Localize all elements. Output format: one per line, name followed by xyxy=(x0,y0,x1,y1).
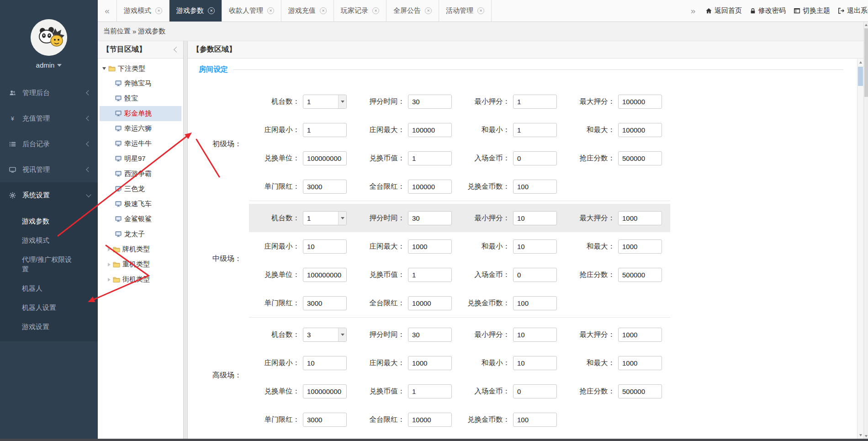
tabs-scroll-left-button[interactable]: « xyxy=(98,0,117,21)
param-input[interactable] xyxy=(303,123,347,137)
param-input[interactable] xyxy=(513,180,557,194)
expand-icon[interactable] xyxy=(108,278,111,282)
tree-item[interactable]: 三色龙 xyxy=(100,181,181,197)
tab[interactable]: 游戏模式✕ xyxy=(117,0,169,21)
param-input[interactable] xyxy=(618,95,662,109)
tree-root[interactable]: 下注类型 xyxy=(100,61,181,76)
param-input[interactable] xyxy=(618,239,662,254)
param-input[interactable] xyxy=(618,151,662,165)
avatar[interactable] xyxy=(31,19,67,56)
param-input[interactable] xyxy=(303,384,347,398)
sidebar-item[interactable]: 后台记录 xyxy=(0,131,98,157)
logout-button[interactable]: 退出系统 xyxy=(838,6,868,15)
tab[interactable]: 游戏充值✕ xyxy=(281,0,334,21)
param-input[interactable] xyxy=(408,239,452,254)
tab-close-icon[interactable]: ✕ xyxy=(267,7,274,14)
tab-close-icon[interactable]: ✕ xyxy=(477,7,484,14)
param-input[interactable] xyxy=(618,384,662,398)
change-password-button[interactable]: 修改密码 xyxy=(750,6,786,15)
tab-close-icon[interactable]: ✕ xyxy=(320,7,327,14)
params-scrollbar[interactable] xyxy=(857,59,863,439)
param-input[interactable] xyxy=(408,268,452,282)
user-menu[interactable]: admin xyxy=(0,61,98,69)
param-input[interactable] xyxy=(303,356,347,370)
submenu-item[interactable]: 游戏参数 xyxy=(0,212,98,231)
expand-icon[interactable] xyxy=(108,248,111,251)
param-input[interactable] xyxy=(408,180,452,194)
submenu-item[interactable]: 游戏模式 xyxy=(0,231,98,250)
machine-count-select[interactable]: 1 xyxy=(303,211,347,225)
sidebar-item[interactable]: 管理后台 xyxy=(0,80,98,106)
param-input[interactable] xyxy=(303,268,347,282)
scroll-down-button[interactable] xyxy=(857,432,863,439)
param-input[interactable] xyxy=(513,239,557,254)
page-scroll-down-button[interactable] xyxy=(864,433,868,439)
tab[interactable]: 游戏参数✕ xyxy=(169,0,222,21)
tree-item[interactable]: 奔驰宝马 xyxy=(100,76,181,91)
param-input[interactable] xyxy=(408,413,452,427)
param-input[interactable] xyxy=(408,384,452,398)
tab-close-icon[interactable]: ✕ xyxy=(372,7,379,14)
tree-item[interactable]: 骰宝 xyxy=(100,91,181,106)
tree-folder[interactable]: 街机类型 xyxy=(100,272,181,287)
tab[interactable]: 全屏公告✕ xyxy=(386,0,439,21)
param-input[interactable] xyxy=(513,296,557,310)
submenu-item[interactable]: 代理/推广权限设置 xyxy=(0,250,98,279)
param-input[interactable] xyxy=(408,356,452,370)
param-input[interactable] xyxy=(513,413,557,427)
param-input[interactable] xyxy=(303,180,347,194)
expand-icon[interactable] xyxy=(108,263,111,266)
param-input[interactable] xyxy=(513,268,557,282)
tab-close-icon[interactable]: ✕ xyxy=(155,7,162,14)
param-input[interactable] xyxy=(513,123,557,137)
tree-folder[interactable]: 牌机类型 xyxy=(100,242,181,257)
tab[interactable]: 活动管理✕ xyxy=(439,0,492,21)
tree-item[interactable]: 极速飞车 xyxy=(100,197,181,212)
param-input[interactable] xyxy=(408,296,452,310)
param-input[interactable] xyxy=(618,328,662,342)
tab[interactable]: 收款人管理✕ xyxy=(222,0,281,21)
param-input[interactable] xyxy=(303,413,347,427)
param-input[interactable] xyxy=(408,151,452,165)
param-input[interactable] xyxy=(513,356,557,370)
param-input[interactable] xyxy=(513,211,557,225)
sidebar-item[interactable]: ¥充值管理 xyxy=(0,106,98,131)
param-input[interactable] xyxy=(513,384,557,398)
sidebar-item[interactable]: 系统设置 xyxy=(0,182,98,208)
tab-close-icon[interactable]: ✕ xyxy=(208,7,215,14)
home-button[interactable]: 返回首页 xyxy=(705,6,742,15)
tree-item[interactable]: 金鲨银鲨 xyxy=(100,212,181,227)
param-input[interactable] xyxy=(408,123,452,137)
tree-item[interactable]: 幸运六狮 xyxy=(100,121,181,136)
param-input[interactable] xyxy=(618,123,662,137)
tree-item[interactable]: 幸运牛牛 xyxy=(100,136,181,151)
param-input[interactable] xyxy=(408,211,452,225)
param-input[interactable] xyxy=(618,356,662,370)
param-input[interactable] xyxy=(303,239,347,254)
params-scrollbar-thumb[interactable] xyxy=(858,67,863,86)
param-input[interactable] xyxy=(513,328,557,342)
param-input[interactable] xyxy=(618,211,662,225)
param-input[interactable] xyxy=(408,95,452,109)
collapse-panel-icon[interactable] xyxy=(174,47,180,53)
tabs-scroll-right-button[interactable]: » xyxy=(685,0,701,21)
tree-item[interactable]: 明星97 xyxy=(100,151,181,166)
tab[interactable]: 玩家记录✕ xyxy=(334,0,386,21)
submenu-item[interactable]: 机器人设置 xyxy=(0,298,98,317)
param-input[interactable] xyxy=(618,268,662,282)
submenu-item[interactable]: 游戏设置 xyxy=(0,317,98,336)
expand-icon[interactable] xyxy=(102,67,106,70)
param-input[interactable] xyxy=(513,151,557,165)
machine-count-select[interactable]: 3 xyxy=(303,328,347,342)
tree-folder[interactable]: 重机类型 xyxy=(100,257,181,272)
param-input[interactable] xyxy=(303,296,347,310)
tree-item[interactable]: 西游争霸 xyxy=(100,166,181,181)
sidebar-item[interactable]: 视讯管理 xyxy=(0,157,98,182)
switch-theme-button[interactable]: 切换主题 xyxy=(794,6,830,15)
page-scroll-up-button[interactable] xyxy=(864,22,868,27)
param-input[interactable] xyxy=(513,95,557,109)
tree-item[interactable]: 彩金单挑 xyxy=(100,106,181,121)
tab-close-icon[interactable]: ✕ xyxy=(425,7,432,14)
page-scrollbar-thumb[interactable] xyxy=(864,28,868,97)
page-scrollbar[interactable] xyxy=(863,22,868,439)
